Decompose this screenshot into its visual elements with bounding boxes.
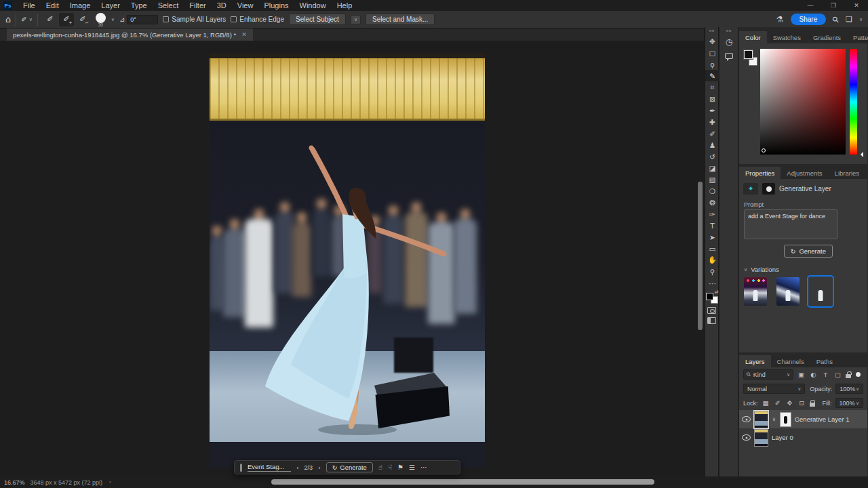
close-button[interactable]: ✕ (845, 2, 868, 9)
healing-brush-tool[interactable]: ✚ (705, 116, 719, 127)
new-selection-brush[interactable]: ✐ (43, 13, 58, 26)
enhance-edge-checkbox[interactable] (231, 16, 237, 22)
history-panel-icon[interactable]: ◷ (719, 35, 738, 49)
tab-swatches[interactable]: Swatches (767, 31, 807, 43)
restore-button[interactable]: ❐ (822, 2, 845, 9)
layer-mask-thumbnail[interactable] (780, 412, 791, 427)
layer-visibility-eye-icon[interactable] (742, 434, 751, 441)
menu-item[interactable]: 3D (212, 1, 232, 9)
menu-item[interactable]: Edit (41, 1, 64, 9)
filter-locked-icon[interactable] (846, 374, 851, 378)
tab-paths[interactable]: Paths (810, 355, 839, 367)
thumbs-up-icon[interactable]: ☝ (378, 464, 382, 471)
select-subject-dropdown[interactable]: ∨ (351, 15, 361, 24)
crop-tool[interactable]: ⌗ (705, 81, 719, 93)
saturation-brightness-field[interactable] (760, 49, 846, 155)
lasso-tool[interactable]: ϙ (705, 58, 719, 70)
filter-toggle-icon[interactable] (856, 372, 861, 377)
lock-paint-icon[interactable]: ✐ (773, 399, 782, 407)
lock-position-icon[interactable]: ✥ (785, 399, 794, 407)
menu-item[interactable]: File (18, 1, 41, 9)
sample-all-layers-option[interactable]: Sample All Layers (163, 16, 226, 23)
vertical-scrollbar[interactable] (698, 182, 703, 330)
layer-name[interactable]: Generative Layer 1 (795, 415, 850, 423)
more-options-icon[interactable]: ⋯ (420, 464, 427, 471)
home-icon[interactable]: ⌂ (5, 14, 11, 24)
select-subject-button[interactable]: Select Subject (289, 14, 346, 25)
brush-size-picker[interactable]: 30 (95, 12, 106, 27)
shape-tool[interactable]: ▭ (705, 243, 719, 254)
previous-variation-button[interactable]: ‹ (296, 464, 299, 471)
tab-close-icon[interactable]: ✕ (241, 31, 247, 38)
taskbar-drag-handle[interactable] (240, 464, 242, 472)
opacity-input[interactable]: 100% ∨ (835, 384, 863, 394)
frame-tool[interactable]: ⊠ (705, 93, 719, 104)
properties-sliders-icon[interactable]: ☰ (409, 464, 415, 471)
tab-patterns[interactable]: Patterns (847, 31, 868, 43)
hue-slider[interactable] (850, 49, 857, 155)
canvas-area[interactable] (0, 41, 704, 476)
menu-item[interactable]: View (232, 1, 259, 9)
minimize-button[interactable]: — (799, 2, 822, 9)
filter-shape-icon[interactable]: ▢ (833, 371, 842, 378)
layer-thumbnail[interactable] (754, 411, 768, 428)
horizontal-scrollbar[interactable] (271, 479, 654, 485)
filter-type-icon[interactable]: T (821, 371, 830, 378)
menu-item[interactable]: Image (64, 1, 96, 9)
marquee-tool[interactable]: ▢ (705, 47, 719, 58)
brush-tool[interactable]: ✐ (705, 127, 719, 139)
lock-artboard-icon[interactable]: ⊡ (797, 399, 806, 407)
hand-tool[interactable]: ✋ (705, 254, 719, 266)
tab-color[interactable]: Color (739, 31, 767, 43)
variation-1[interactable] (744, 277, 767, 306)
zoom-tool[interactable]: ⚲ (705, 266, 719, 277)
move-tool[interactable]: ✥ (705, 35, 719, 47)
clone-stamp-tool[interactable]: ♟ (705, 139, 719, 150)
document-canvas[interactable] (210, 53, 485, 468)
menu-item[interactable]: Select (153, 1, 184, 9)
angle-input[interactable]: 0° (127, 15, 158, 24)
layer-row-base[interactable]: Layer 0 (739, 428, 867, 447)
menu-item[interactable]: Type (125, 1, 153, 9)
comments-panel-icon[interactable] (719, 49, 738, 62)
foreground-color-swatch[interactable] (706, 293, 713, 300)
hue-slider-marker[interactable] (858, 152, 863, 157)
history-brush-tool[interactable]: ↺ (705, 150, 719, 162)
taskbar-generate-button[interactable]: ↻ Generate (326, 462, 373, 472)
collapse-toolbar-icon[interactable]: «« (705, 27, 718, 35)
prompt-textarea[interactable]: add a Event Stage for dance (744, 209, 837, 239)
generate-button[interactable]: ↻ Generate (784, 245, 833, 258)
fill-input[interactable]: 100% ∨ (835, 398, 864, 408)
variations-header[interactable]: ∨ Variations (739, 258, 867, 277)
menu-item[interactable]: Plugins (258, 1, 294, 9)
tab-channels[interactable]: Channels (771, 355, 810, 367)
variation-3[interactable] (809, 277, 832, 306)
edit-toolbar-button[interactable]: ⋯ (705, 277, 719, 289)
gradient-tool[interactable]: ▧ (705, 174, 719, 185)
layer-row-generative[interactable]: ∞ Generative Layer 1 (739, 410, 867, 428)
layer-thumbnail[interactable] (754, 429, 768, 447)
dodge-tool[interactable]: ❂ (705, 197, 719, 208)
eyedropper-tool[interactable]: ✒ (705, 104, 719, 116)
zoom-level[interactable]: 16.67% (0, 479, 31, 486)
document-tab[interactable]: pexels-wellington-cunha-1918445.jpg @ 16… (7, 28, 253, 41)
filter-kind-select[interactable]: ⚲ Kind ∨ (743, 369, 793, 380)
filter-image-icon[interactable]: ▣ (797, 371, 806, 378)
lock-transparency-icon[interactable]: ▦ (762, 399, 770, 407)
layer-visibility-eye-icon[interactable] (742, 416, 751, 422)
eraser-tool[interactable]: ◪ (705, 162, 719, 174)
tab-adjustments[interactable]: Adjustments (781, 167, 828, 179)
thumbs-down-icon[interactable]: ☟ (388, 464, 392, 471)
blend-mode-select[interactable]: Normal ∨ (743, 384, 805, 394)
chevron-down-icon[interactable]: ∨ (859, 17, 863, 22)
chevron-right-icon[interactable]: › (109, 479, 111, 485)
foreground-color-swatch[interactable] (744, 50, 753, 59)
select-and-mask-button[interactable]: Select and Mask... (366, 14, 435, 25)
taskbar-prompt-field[interactable]: Event Stag... (248, 463, 291, 472)
path-select-tool[interactable]: ➤ (705, 231, 719, 243)
collapse-panels-icon[interactable]: «« (719, 27, 738, 35)
tool-preset-picker[interactable]: ✐ ∨ (21, 16, 33, 23)
selection-brush-tool[interactable]: ✎ (705, 70, 719, 81)
tab-properties[interactable]: Properties (739, 167, 781, 179)
blur-tool[interactable]: ❍ (705, 185, 719, 197)
